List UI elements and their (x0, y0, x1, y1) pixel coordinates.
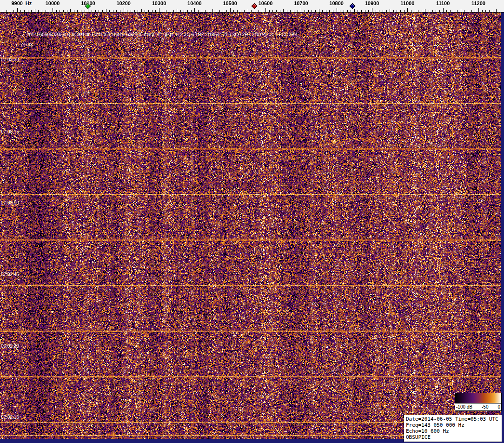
time-label: 07:03:15 (1, 129, 19, 134)
ruler-tick (60, 10, 60, 12)
ruler-tick (53, 8, 53, 12)
ruler-tick (63, 10, 64, 12)
ruler-tick (358, 10, 358, 12)
ruler-tick (46, 10, 46, 12)
ruler-tick (145, 10, 145, 12)
ruler-label-10200: 10200 (116, 0, 131, 6)
ruler-tick (493, 10, 493, 12)
meteor-spectrogram-app: 20140605050333904 hCnt4 nb-83 f10604 hit… (0, 0, 504, 443)
ruler-tick (109, 10, 110, 12)
ruler-tick (397, 10, 397, 12)
ruler-tick (379, 10, 379, 12)
ruler-tick (216, 10, 216, 12)
ruler-tick (120, 10, 120, 12)
red-frequency-marker-diamond-icon[interactable] (251, 3, 257, 9)
ruler-tick (265, 8, 266, 12)
ruler-tick (471, 10, 472, 12)
time-label: 07:02:30 (1, 344, 19, 349)
ruler-tick (155, 10, 156, 12)
ruler-tick (478, 8, 479, 12)
ruler-tick (248, 9, 248, 12)
ruler-tick (259, 10, 259, 12)
time-cursor-text: ^t+33 (21, 42, 33, 47)
ruler-tick (283, 9, 284, 12)
colorbar-labels: -100 dB -50 0 (455, 403, 501, 410)
ruler-tick (49, 10, 49, 12)
ruler-tick (340, 10, 340, 12)
ruler-tick (106, 9, 106, 12)
ruler-tick (241, 10, 241, 12)
ruler-tick (99, 10, 99, 12)
ruler-tick (468, 10, 468, 12)
ruler-tick (187, 10, 188, 12)
ruler-tick (485, 10, 486, 12)
ruler-tick (344, 10, 344, 12)
ruler-tick (290, 10, 291, 12)
ruler-tick (202, 10, 202, 12)
ruler-tick (365, 10, 365, 12)
colorbar-label-max: 0 (497, 404, 500, 410)
ruler-tick (415, 10, 415, 12)
event-info-text: 20140605050333904 hCnt4 nb-83 f10604 hit… (27, 32, 298, 37)
ruler-tick (138, 10, 138, 12)
ruler-tick (361, 10, 362, 12)
ruler-tick (280, 10, 280, 12)
ruler-tick (400, 10, 401, 12)
ruler-tick (31, 10, 32, 12)
info-echo: Echo=10 600 Hz (406, 428, 500, 434)
ruler-tick (329, 10, 330, 12)
ruler-tick (184, 10, 184, 12)
ruler-tick (390, 9, 390, 12)
ruler-tick (159, 8, 159, 12)
ruler-tick (233, 10, 234, 12)
ruler-label-10300: 10300 (152, 0, 166, 6)
ruler-tick (163, 10, 163, 12)
ruler-tick (67, 10, 67, 12)
ruler-tick (56, 10, 57, 12)
ruler-tick (148, 10, 149, 12)
ruler-tick (230, 8, 231, 12)
ruler-tick (262, 10, 262, 12)
info-station: OBSUPICE (406, 434, 500, 440)
frequency-ruler[interactable]: Hz 9900100001010010200103001040010500106… (0, 0, 504, 13)
ruler-tick (351, 10, 351, 12)
ruler-label-10000: 10000 (46, 0, 60, 6)
ruler-tick (212, 9, 213, 12)
ruler-tick (372, 8, 372, 12)
colorbar-label-min: -100 dB (456, 404, 472, 410)
ruler-tick (500, 10, 500, 12)
ruler-tick (312, 10, 312, 12)
ruler-tick (308, 10, 309, 12)
spectrogram-canvas[interactable] (0, 13, 504, 443)
ruler-tick (180, 10, 181, 12)
ruler-tick (461, 9, 461, 12)
ruler-tick (475, 10, 475, 12)
ruler-label-10900: 10900 (365, 0, 379, 6)
ruler-tick (446, 10, 447, 12)
ruler-tick (244, 10, 245, 12)
ruler-label-10700: 10700 (294, 0, 308, 6)
ruler-tick (333, 10, 333, 12)
blue-frequency-marker-diamond-icon[interactable] (350, 3, 356, 9)
ruler-tick (464, 10, 464, 12)
ruler-label-10800: 10800 (329, 0, 344, 6)
ruler-tick (287, 10, 287, 12)
time-label: 07:02:45 (1, 272, 19, 277)
ruler-tick (124, 8, 124, 12)
ruler-tick (28, 10, 28, 12)
ruler-tick (134, 10, 135, 12)
ruler-tick (439, 10, 440, 12)
ruler-tick (269, 10, 270, 12)
ruler-tick (418, 10, 418, 12)
ruler-label-9900: 9900 (11, 0, 22, 6)
ruler-label-11000: 11000 (400, 0, 414, 6)
ruler-tick (436, 10, 436, 12)
spectrogram-area[interactable]: 20140605050333904 hCnt4 nb-83 f10604 hit… (0, 0, 504, 443)
ruler-tick (85, 10, 85, 12)
ruler-tick (422, 10, 422, 12)
ruler-tick (38, 10, 39, 12)
ruler-label-10600: 10600 (259, 0, 273, 6)
ruler-tick (7, 10, 7, 12)
ruler-tick (24, 10, 25, 12)
ruler-tick (294, 10, 294, 12)
